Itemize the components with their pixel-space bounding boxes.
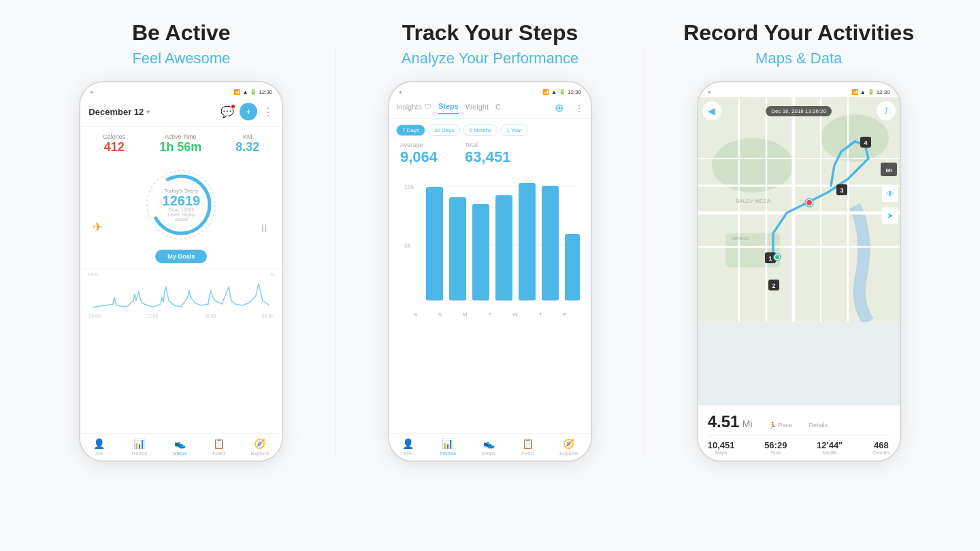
tab-insights[interactable]: Insights 🛡	[396, 103, 431, 114]
back-button[interactable]: ◀	[702, 101, 721, 120]
me-icon-2: 👤	[402, 438, 414, 449]
page-container: Be Active Feel Awesome ● 📶 ▲ 🔋 12:30 Dec…	[0, 0, 980, 551]
add-tab-button[interactable]: ⊕	[555, 101, 564, 114]
average-stat: Average 9,064	[400, 141, 438, 166]
phone1-header-icons: 💬 + ⋮	[220, 103, 274, 120]
svg-text:2: 2	[772, 282, 775, 289]
svg-text:MFIELD: MFIELD	[732, 236, 750, 241]
nav-feed-2[interactable]: 📋 Feed	[521, 438, 534, 456]
pace-label: 🏃 Pace	[769, 422, 792, 429]
phone-1: ● 📶 ▲ 🔋 12:30 December 12 ▾	[79, 81, 283, 462]
filter-7days[interactable]: 7 Days	[396, 124, 425, 136]
details-label: Details	[809, 422, 828, 429]
svg-point-39	[806, 200, 812, 205]
chart-pause-icon: ⏸	[270, 272, 275, 277]
calories-stat-3: 468 Calories	[872, 440, 890, 455]
me-icon: 👤	[93, 438, 105, 449]
nav-trends-1[interactable]: 📊 Trends	[131, 438, 148, 456]
svg-rect-10	[495, 195, 512, 301]
trends-icon: 📊	[133, 438, 145, 449]
filter-1year[interactable]: 1 Year	[500, 124, 528, 136]
share-button[interactable]: ⤴	[877, 101, 896, 120]
steps-icon: 👟	[174, 438, 186, 449]
phone2-time: 12:30	[568, 89, 581, 95]
svg-point-37	[775, 255, 779, 259]
phone2-bar-chart: 10k 5k	[389, 171, 591, 318]
notif-dot	[231, 104, 235, 109]
phone1-status-bar: ● 📶 ▲ 🔋 12:30	[80, 82, 282, 97]
stats-card: 4.51 Mi 🏃 Pace Details 10,451 Steps 56:2…	[698, 405, 900, 461]
phone-2: ● 📶▲🔋 12:30 Insights 🛡 Steps Weight C ⊕ …	[388, 81, 592, 462]
phone-3: ● 📶▲🔋 12:30	[697, 81, 901, 462]
phone1-content: December 12 ▾ 💬 + ⋮ Calo	[80, 97, 282, 433]
phone3-time: 12:30	[877, 89, 890, 95]
goals-btn-wrap: My Goals	[80, 250, 282, 263]
nav-steps-1[interactable]: 👟 Steps	[173, 438, 186, 456]
nav-feed-1[interactable]: 📋 Feed	[212, 438, 225, 456]
phone2-stats-row: Average 9,064 Total 63,451	[389, 141, 591, 171]
date-badge: Dec 16, 2018 13:36:20	[766, 106, 832, 116]
svg-text:➤: ➤	[887, 211, 894, 220]
explore-icon: 🧭	[254, 438, 265, 449]
active-time-stat: Active Time 1h 56m	[159, 133, 201, 154]
phone1-status-icons: 📶 ▲ 🔋 12:30	[233, 89, 272, 95]
svg-rect-13	[565, 234, 580, 301]
section-title-3: Record Your Activities	[683, 20, 914, 46]
my-goals-button[interactable]: My Goals	[155, 250, 207, 263]
nav-me-1[interactable]: 👤 Me	[93, 438, 105, 456]
pace-stat: 12'44" Min/Mi	[817, 440, 843, 455]
km-stat: KM 8.32	[235, 133, 259, 154]
feed-icon: 📋	[213, 438, 225, 449]
tab-weight[interactable]: Weight	[466, 103, 489, 114]
svg-text:1: 1	[768, 255, 772, 262]
map-svg: 1 2 3 4 BALDY M	[698, 97, 900, 322]
section-subtitle-3: Maps & Data	[755, 50, 842, 67]
explore-icon-2: 🧭	[563, 438, 574, 449]
svg-rect-12	[542, 186, 559, 301]
nav-explore-1[interactable]: 🧭 Explore	[250, 438, 269, 456]
phone1-date: December 12 ▾	[88, 107, 150, 117]
pause-icon: ⏸	[259, 222, 270, 235]
more-tab-button[interactable]: ⋮	[574, 103, 584, 114]
activity-stats-grid: 10,451 Steps 56:29 Time 12'44" Min/Mi 46…	[708, 435, 890, 455]
time-stat: 56:29 Time	[764, 440, 787, 455]
map-top-bar: ◀ Dec 16, 2018 13:36:20 ⤴	[702, 101, 896, 120]
tab-steps[interactable]: Steps	[438, 102, 459, 114]
filter-30days[interactable]: 30 Days	[428, 124, 460, 136]
paper-plane-icon: ✈	[93, 220, 103, 235]
nav-steps-2[interactable]: 👟 Steps	[482, 438, 495, 456]
mini-chart: 1600 ⏸ 00:00 12:00 16:00 00:00	[80, 269, 282, 320]
filter-6months[interactable]: 6 Months	[463, 124, 497, 136]
feed-icon-2: 📋	[522, 438, 534, 449]
map-area: 1 2 3 4 BALDY M	[698, 97, 900, 405]
svg-rect-8	[449, 197, 466, 301]
section-subtitle-2: Analyze Your Performance	[402, 50, 579, 67]
svg-text:👁: 👁	[886, 189, 894, 199]
section-track-steps: Track Your Steps Analyze Your Performanc…	[336, 20, 644, 462]
section-record-activities: Record Your Activities Maps & Data ● 📶▲🔋…	[644, 20, 953, 462]
distance-display: 4.51 Mi 🏃 Pace Details	[708, 412, 890, 431]
phone2-content: Insights 🛡 Steps Weight C ⊕ ⋮ 7 Days 30 …	[389, 97, 591, 433]
add-button[interactable]: +	[240, 103, 257, 120]
more-icon[interactable]: ⋮	[263, 105, 274, 118]
nav-trends-2[interactable]: 📊 Trends	[440, 438, 457, 456]
svg-text:3: 3	[840, 187, 843, 194]
svg-point-16	[712, 138, 794, 193]
gauge-center: Today's Steps 12619 Goal: 10000 Level: H…	[161, 188, 201, 222]
tab-c[interactable]: C	[495, 103, 501, 114]
steps-stat: 10,451 Steps	[708, 440, 735, 455]
nav-explore-2[interactable]: 🧭 Explore	[559, 438, 578, 456]
notification-bell[interactable]: 💬	[220, 105, 234, 118]
phone1-bottom-nav: 👤 Me 📊 Trends 👟 Steps 📋 Feed 🧭 Ex	[80, 433, 282, 461]
steps-gauge: Today's Steps 12619 Goal: 10000 Level: H…	[140, 164, 222, 246]
steps-icon-2: 👟	[483, 438, 495, 449]
calories-stat: Calories 412	[103, 133, 125, 154]
phone3-status-bar: ● 📶▲🔋 12:30	[698, 82, 900, 97]
chart-x-labels: SSMTWTF	[396, 310, 584, 318]
total-stat: Total 63,451	[465, 141, 510, 166]
bar-chart-svg: 10k 5k	[396, 171, 584, 307]
date-chevron: ▾	[146, 108, 150, 116]
activity-chart	[87, 277, 275, 311]
phone3-status-icons: 📶▲🔋 12:30	[851, 89, 890, 95]
nav-me-2[interactable]: 👤 Me	[402, 438, 414, 456]
